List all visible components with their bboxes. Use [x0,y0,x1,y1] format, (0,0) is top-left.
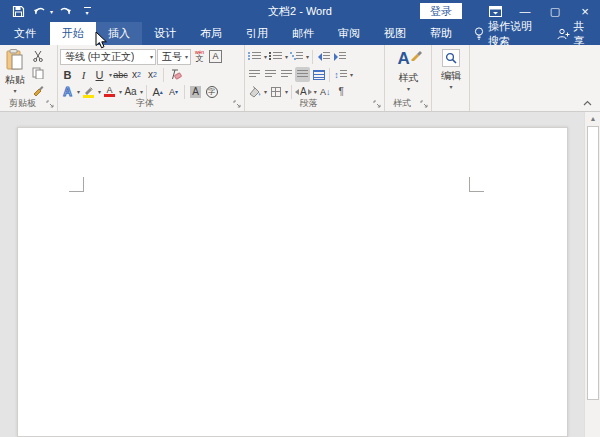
quick-access-toolbar: ▾ ▾ [0,2,97,20]
bold-button[interactable]: B [60,67,75,82]
numbering-button[interactable] [268,49,283,64]
find-magnifier-icon [442,49,460,67]
cut-icon[interactable] [30,48,45,63]
group-clipboard: 粘贴 ▾ 剪贴板 [0,45,58,111]
tab-review[interactable]: 审阅 [326,22,372,45]
scrollbar-up-icon[interactable]: ▲ [585,112,600,125]
undo-icon[interactable] [30,2,50,20]
strikethrough-button[interactable]: abc [113,67,128,82]
share-button[interactable]: 共享 [553,22,600,45]
align-left-button[interactable] [247,67,262,82]
tab-help[interactable]: 帮助 [418,22,464,45]
tell-me-label: 操作说明搜索 [488,19,543,49]
font-dialog-launcher-icon[interactable] [233,100,242,109]
tab-view[interactable]: 视图 [372,22,418,45]
undo-dropdown-icon[interactable]: ▾ [50,8,53,15]
paste-button[interactable]: 粘贴 ▾ [0,45,30,99]
paste-label: 粘贴 [5,73,25,87]
tell-me-search[interactable]: 操作说明搜索 [464,22,553,45]
document-area: ▲ [0,112,600,437]
underline-dropdown-icon[interactable]: ▾ [109,71,112,78]
margin-crop-mark-left [69,177,84,192]
distributed-button[interactable] [311,67,326,82]
superscript-button[interactable]: x2 [145,67,160,82]
justify-button[interactable] [295,67,310,82]
word-window: ▾ ▾ 文档2 - Word 登录 — ▢ × 文件 开始 插入 设计 布局 引… [0,0,600,437]
font-name-combobox[interactable]: 等线 (中文正文) ▾ [60,49,156,65]
save-icon[interactable] [8,2,28,20]
clipboard-dialog-launcher-icon[interactable] [46,100,55,109]
paste-clipboard-icon [6,49,24,71]
font-size-dropdown-icon[interactable]: ▾ [185,53,188,60]
increase-indent-button[interactable] [332,49,347,64]
sign-in-button[interactable]: 登录 [420,3,462,19]
paragraph-dialog-launcher-icon[interactable] [373,100,382,109]
tab-mailings[interactable]: 邮件 [280,22,326,45]
align-center-button[interactable] [263,67,278,82]
margin-crop-mark-right [469,177,484,192]
copy-icon[interactable] [30,65,45,80]
format-painter-icon[interactable] [30,82,45,97]
italic-button[interactable]: I [76,67,91,82]
ribbon: 粘贴 ▾ 剪贴板 [0,45,600,112]
underline-button[interactable]: U [92,67,107,82]
tab-layout[interactable]: 布局 [188,22,234,45]
tab-home[interactable]: 开始 [50,22,96,45]
bullets-button[interactable] [247,49,262,64]
tab-design[interactable]: 设计 [142,22,188,45]
styles-dialog-launcher-icon[interactable] [420,100,429,109]
customize-qat-icon[interactable]: ▾ [77,2,97,20]
align-right-button[interactable] [279,67,294,82]
group-font: 等线 (中文正文) ▾ 五号 ▾ wén 文 A [58,45,245,111]
collapse-ribbon-icon[interactable] [580,97,594,108]
maximize-button[interactable]: ▢ [540,0,570,22]
tab-insert[interactable]: 插入 [96,22,142,45]
subscript-button[interactable]: x2 [129,67,144,82]
character-border-button[interactable]: A [208,49,223,64]
paragraph-group-label: 段落 [245,97,372,110]
document-page[interactable] [17,127,568,437]
font-size-combobox[interactable]: 五号 ▾ [157,49,191,65]
clear-formatting-button[interactable] [167,67,182,82]
clipboard-group-label: 剪贴板 [0,97,45,110]
decrease-indent-button[interactable] [316,49,331,64]
styles-icon: A [398,49,420,69]
tab-file[interactable]: 文件 [0,22,50,45]
scrollbar-thumb[interactable] [587,126,599,400]
group-styles: A 样式 ▾ 样式 [385,45,432,111]
line-spacing-button[interactable]: ↕ [333,67,348,82]
tab-references[interactable]: 引用 [234,22,280,45]
vertical-scrollbar[interactable]: ▲ [584,112,600,437]
group-paragraph: ▾ ▾ ▾ ↕ ▾ [245,45,385,111]
styles-button[interactable]: A 样式 ▾ [385,45,432,99]
multilevel-list-button[interactable] [289,49,304,64]
styles-group-label: 样式 [385,97,419,110]
group-editing: 编辑 ▾ [432,45,470,111]
ribbon-tab-row: 文件 开始 插入 设计 布局 引用 邮件 审阅 视图 帮助 操作说明搜索 共享 [0,22,600,45]
font-group-label: 字体 [58,97,232,110]
editing-button[interactable]: 编辑 ▾ [432,45,470,99]
redo-icon[interactable] [55,2,75,20]
share-person-icon [557,28,570,40]
lightbulb-icon [474,27,484,40]
share-label: 共享 [574,19,590,49]
font-name-dropdown-icon[interactable]: ▾ [150,53,153,60]
phonetic-guide-button[interactable]: wén 文 [192,49,207,64]
